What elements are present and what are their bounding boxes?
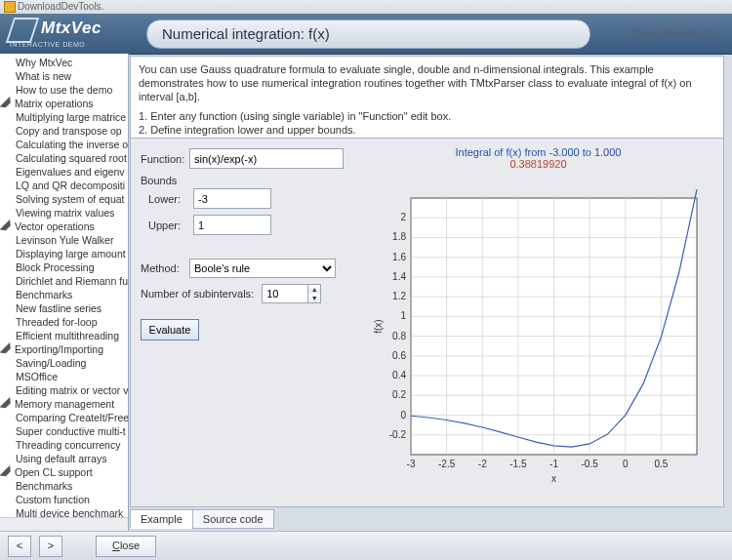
tree-item[interactable]: LQ and QR decompositi [2, 179, 128, 192]
page-title: Numerical integration: f(x) [146, 20, 590, 49]
tree-item[interactable]: Levinson Yule Walker [2, 233, 128, 247]
intro-s2: 2. Define integration lower and upper bo… [139, 123, 715, 137]
evaluate-button[interactable]: Evaluate [141, 319, 199, 340]
upper-label: Upper: [144, 220, 193, 231]
intro-p1: You can use Gauss quadrature formula to … [139, 62, 715, 103]
titlebar-text: DownloadDevTools. [18, 1, 103, 12]
svg-text:f(x): f(x) [373, 319, 384, 333]
tab-example[interactable]: Example [130, 509, 193, 529]
tree-item[interactable]: Dirichlet and Riemann fu [2, 274, 128, 288]
logo: MtxVec INTERACTIVE DEMO [10, 18, 102, 48]
controls-panel: Function: Bounds Lower: Upper: Method: B… [131, 139, 353, 506]
tree-item[interactable]: Multiplying large matrice [2, 110, 128, 124]
tree-parent[interactable]: Memory management [2, 397, 128, 411]
svg-text:x: x [551, 473, 556, 484]
tree-item[interactable]: Copy and transpose op [2, 124, 128, 138]
sidebar-scrollbar[interactable] [0, 517, 128, 531]
logo-main: MtxVec [41, 19, 102, 37]
function-label: Function: [141, 153, 189, 165]
svg-text:1.4: 1.4 [392, 271, 406, 282]
nav-back-button[interactable]: < [8, 536, 31, 557]
tabs: Example Source code [130, 509, 273, 529]
svg-text:0.6: 0.6 [392, 350, 406, 361]
svg-text:0.2: 0.2 [392, 389, 406, 400]
chart-title: Integral of f(x) from -3.000 to 1.000 0.… [353, 146, 723, 170]
tree-parent[interactable]: Exporting/Importing [2, 342, 128, 356]
brand-label: Dew Research [631, 25, 714, 40]
tree-item[interactable]: Block Processing [2, 260, 128, 274]
tree-item[interactable]: Threaded for-loop [2, 315, 128, 329]
tree-item[interactable]: Custom function [2, 493, 128, 506]
logo-icon [6, 18, 39, 43]
lower-label: Lower: [144, 193, 193, 205]
svg-text:1: 1 [400, 310, 406, 321]
svg-text:-2.5: -2.5 [438, 459, 456, 469]
svg-text:-1.5: -1.5 [509, 459, 527, 469]
svg-text:1.6: 1.6 [392, 252, 406, 262]
tree-item[interactable]: Solving system of equat [2, 192, 128, 206]
sidebar: Why MtxVecWhat is newHow to use the demo… [0, 54, 129, 531]
tree-item[interactable]: Threading concurrency [2, 438, 128, 452]
intro-s1: 1. Enter any function (using single vari… [139, 109, 715, 123]
svg-text:-1: -1 [549, 459, 558, 469]
tree-item[interactable]: Displaying large amount [2, 247, 128, 260]
svg-text:0.5: 0.5 [654, 459, 668, 469]
content: You can use Gauss quadrature formula to … [130, 56, 724, 529]
spinner-up[interactable]: ▲ [308, 285, 320, 294]
nav-fwd-button[interactable]: > [39, 536, 62, 557]
svg-text:0: 0 [623, 459, 629, 469]
svg-text:0.8: 0.8 [392, 331, 406, 341]
svg-text:-0.5: -0.5 [582, 459, 599, 469]
tree-item[interactable]: Using default arrays [2, 452, 128, 465]
subint-label: Number of subintervals: [141, 288, 254, 300]
tree-item[interactable]: Calculating squared root [2, 151, 128, 165]
tree-item[interactable]: Editing matrix or vector v [2, 383, 128, 397]
status-bar: < > Close [0, 531, 732, 560]
tree-parent[interactable]: Vector operations [2, 220, 128, 233]
subint-input[interactable] [262, 284, 308, 303]
upper-input[interactable] [193, 215, 271, 235]
tree-parent[interactable]: Open CL support [2, 465, 128, 479]
bounds-label: Bounds [141, 175, 344, 186]
method-label: Method: [141, 262, 189, 274]
workarea: Function: Bounds Lower: Upper: Method: B… [130, 138, 724, 507]
tree[interactable]: Why MtxVecWhat is newHow to use the demo… [0, 54, 128, 531]
svg-text:0: 0 [400, 410, 406, 420]
tree-item[interactable]: Saving/Loading [2, 356, 128, 370]
tab-source[interactable]: Source code [192, 509, 274, 529]
tree-item[interactable]: Comparing CreateIt/Free [2, 411, 128, 424]
app-icon [4, 1, 16, 13]
svg-text:-3: -3 [407, 459, 416, 469]
tree-item[interactable]: Calculating the inverse o [2, 138, 128, 151]
tree-item[interactable]: How to use the demo [2, 83, 128, 97]
tree-item[interactable]: Viewing matrix values [2, 206, 128, 220]
tree-item[interactable]: New fastline series [2, 301, 128, 315]
tree-item[interactable]: Benchmarks [2, 288, 128, 301]
lower-input[interactable] [193, 188, 271, 209]
svg-text:1.2: 1.2 [392, 291, 406, 301]
tree-item[interactable]: Why MtxVec [2, 56, 128, 69]
tree-item[interactable]: Super conductive multi-t [2, 424, 128, 438]
tree-item[interactable]: Benchmarks [2, 479, 128, 493]
svg-text:-2: -2 [478, 459, 487, 469]
method-select[interactable]: Boole's rule [189, 259, 336, 278]
svg-text:1.8: 1.8 [392, 231, 406, 242]
spinner-down[interactable]: ▼ [308, 294, 320, 302]
svg-text:0.4: 0.4 [392, 370, 406, 380]
close-button[interactable]: Close [96, 536, 156, 557]
svg-text:-0.2: -0.2 [389, 429, 407, 440]
tree-item[interactable]: MSOffice [2, 370, 128, 383]
tree-item[interactable]: What is new [2, 69, 128, 83]
function-input[interactable] [189, 148, 344, 169]
os-titlebar: DownloadDevTools. [0, 0, 732, 14]
tree-item[interactable]: Eigenvalues and eigenv [2, 165, 128, 179]
tree-item[interactable]: Efficient multithreading [2, 329, 128, 342]
svg-text:2: 2 [400, 212, 406, 222]
chart: -3-2.5-2-1.5-1-0.500.5-0.200.20.40.60.81… [370, 159, 707, 486]
tree-parent[interactable]: Matrix operations [2, 97, 128, 110]
app-header: MtxVec INTERACTIVE DEMO Numerical integr… [0, 14, 732, 55]
chart-area: Integral of f(x) from -3.000 to 1.000 0.… [353, 139, 723, 506]
